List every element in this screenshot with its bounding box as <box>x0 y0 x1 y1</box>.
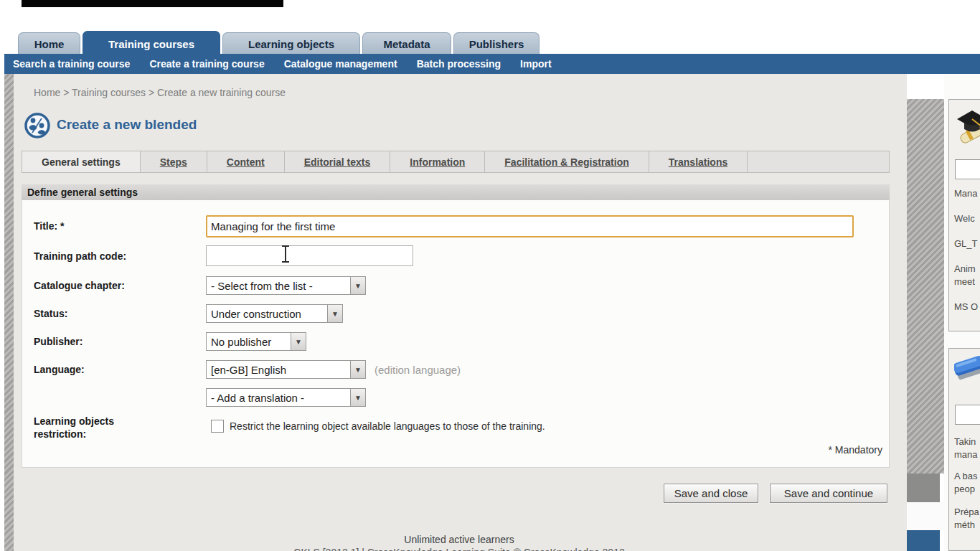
nav-tab-home[interactable]: Home <box>18 32 80 55</box>
status-label: Status: <box>34 308 67 319</box>
tab-facilitation-registration[interactable]: Facilitation & Registration <box>485 151 649 172</box>
training-path-code-label: Training path code: <box>34 250 126 262</box>
publisher-label: Publisher: <box>34 336 83 347</box>
graduation-cap-icon <box>956 105 980 156</box>
page-title: Create a new blended <box>57 117 197 133</box>
nav-tab-label: Home <box>34 38 65 50</box>
select-value: No publisher <box>207 336 291 348</box>
nav-tab-label: Metadata <box>383 38 430 50</box>
edition-language-hint: (edition language) <box>374 364 461 376</box>
nav-tab-publishers[interactable]: Publishers <box>453 32 540 55</box>
subnav-batch-processing[interactable]: Batch processing <box>417 58 501 70</box>
chevron-down-icon: ▼ <box>350 361 365 378</box>
tab-label: Steps <box>160 156 187 168</box>
nav-tab-label: Training courses <box>108 38 194 50</box>
tab-editorial-texts[interactable]: Editorial texts <box>285 151 391 172</box>
save-and-close-button[interactable]: Save and close <box>664 484 758 503</box>
sub-nav-bar: Search a training course Create a traini… <box>4 54 980 74</box>
sidebar-list-item[interactable]: Welc <box>954 212 980 225</box>
mandatory-note: * Mandatory <box>739 444 882 456</box>
status-select[interactable]: Under construction ▼ <box>206 304 343 323</box>
save-and-continue-button[interactable]: Save and continue <box>770 484 887 503</box>
chevron-down-icon: ▼ <box>291 333 306 350</box>
chevron-down-icon: ▼ <box>327 305 342 322</box>
section-header: Define general settings <box>22 184 890 200</box>
top-black-bar <box>22 0 283 7</box>
learning-objects-restriction-label: Learning objects restriction: <box>34 415 163 441</box>
subnav-search-training-course[interactable]: Search a training course <box>13 58 130 70</box>
tab-label: Translations <box>669 156 727 168</box>
sidebar-list-item[interactable]: MS O <box>954 301 980 314</box>
select-value: - Select from the list - <box>207 280 350 292</box>
form-tab-strip: General settings Steps Content Editorial… <box>22 151 890 173</box>
nav-tab-learning-objects[interactable]: Learning objects <box>222 32 360 55</box>
training-path-code-input[interactable] <box>206 245 413 266</box>
select-value: Under construction <box>207 308 327 320</box>
subnav-create-training-course[interactable]: Create a training course <box>149 58 264 70</box>
left-gutter <box>4 74 14 551</box>
sidebar-list-item[interactable]: GL_T <box>954 237 980 250</box>
add-translation-select[interactable]: - Add a translation - ▼ <box>206 388 366 407</box>
tab-content[interactable]: Content <box>207 151 285 172</box>
sidebar-list-item[interactable]: A bas peop <box>954 470 980 496</box>
language-select[interactable]: [en-GB] English ▼ <box>206 360 366 379</box>
nav-tab-label: Learning objects <box>248 38 334 50</box>
sidebar-list-item[interactable]: Takin mana <box>954 435 980 461</box>
breadcrumb[interactable]: Home > Training courses > Create a new t… <box>34 87 286 98</box>
title-label: Title: * <box>34 220 65 232</box>
publisher-select[interactable]: No publisher ▼ <box>206 332 306 351</box>
right-gutter-gap <box>907 502 944 530</box>
tab-general-settings[interactable]: General settings <box>22 151 141 172</box>
tab-label: General settings <box>42 156 121 168</box>
tab-steps[interactable]: Steps <box>141 151 207 172</box>
catalogue-chapter-label: Catalogue chapter: <box>34 280 125 291</box>
right-gutter <box>907 99 944 474</box>
tab-translations[interactable]: Translations <box>649 151 748 172</box>
sidebar-search-input[interactable] <box>955 159 980 179</box>
footer-learners-text: Unlimited active learners <box>280 534 639 545</box>
blue-book-icon <box>954 354 980 402</box>
tab-label: Content <box>227 156 265 168</box>
tab-label: Editorial texts <box>304 156 371 168</box>
restriction-checkbox[interactable] <box>211 420 224 433</box>
catalogue-chapter-select[interactable]: - Select from the list - ▼ <box>206 276 366 295</box>
right-gutter-shadow <box>907 474 940 502</box>
sidebar-search-input[interactable] <box>955 405 980 425</box>
title-input[interactable] <box>206 215 854 237</box>
select-value: - Add a translation - <box>207 392 350 404</box>
sidebar-list-item[interactable]: Prépa méth <box>954 506 980 532</box>
right-gutter-footer-block <box>907 530 940 551</box>
subnav-catalogue-management[interactable]: Catalogue management <box>284 58 397 70</box>
footer-copyright-text: CKLS [2012.1] | CrossKnowledge Learning … <box>172 547 746 551</box>
subnav-import[interactable]: Import <box>520 58 552 70</box>
blended-course-icon <box>24 112 51 139</box>
nav-tab-label: Publishers <box>469 38 524 50</box>
language-label: Language: <box>34 364 85 375</box>
tab-information[interactable]: Information <box>390 151 485 172</box>
text-cursor <box>281 245 290 263</box>
nav-tab-training-courses[interactable]: Training courses <box>83 31 220 56</box>
select-value: [en-GB] English <box>207 364 350 376</box>
chevron-down-icon: ▼ <box>350 277 365 294</box>
nav-tab-metadata[interactable]: Metadata <box>362 32 451 55</box>
sidebar-list-item[interactable]: Mana <box>954 187 980 200</box>
restriction-checkbox-label: Restrict the learning object available l… <box>230 420 545 432</box>
tab-label: Information <box>410 156 465 168</box>
tab-label: Facilitation & Registration <box>504 156 628 168</box>
screen: Home Training courses Learning objects M… <box>0 0 980 551</box>
chevron-down-icon: ▼ <box>350 389 365 406</box>
sidebar-list-item[interactable]: Anim meet <box>954 263 980 288</box>
